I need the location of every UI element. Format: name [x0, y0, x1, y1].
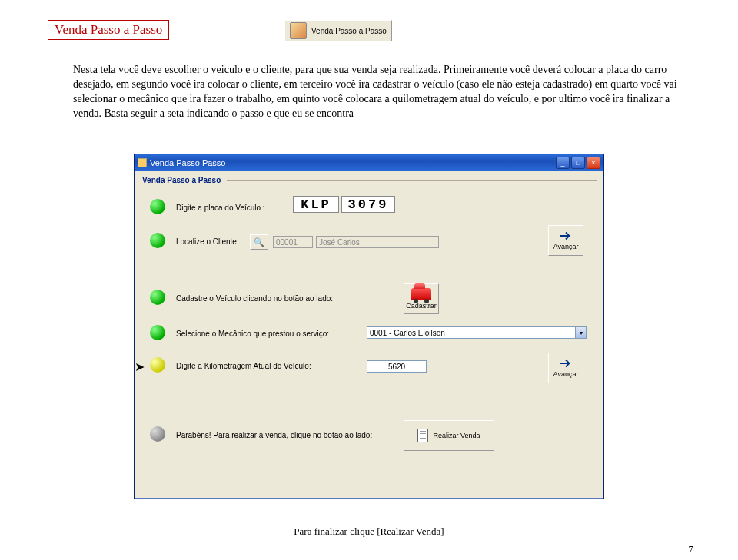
advance-button-1[interactable]: Avançar — [548, 225, 583, 256]
close-button[interactable]: × — [587, 157, 600, 169]
plate-numbers-input[interactable] — [341, 196, 395, 213]
minimize-button[interactable]: _ — [556, 157, 570, 169]
step3-light — [150, 290, 165, 305]
arrow-right-icon — [559, 358, 573, 369]
advance-button-2[interactable]: Avançar — [548, 353, 583, 383]
app-window: Venda Passo Passo _ □ × Venda Passo a Pa… — [134, 154, 604, 499]
car-icon — [411, 288, 431, 300]
inline-button-label: Venda Passo a Passo — [311, 27, 387, 35]
step1-label: Digite a placa do Veículo : — [176, 204, 265, 212]
page-title: Venda Passo a Passo — [48, 20, 169, 40]
step5-label: Digite a Kilometragem Atual do Veículo: — [176, 362, 311, 370]
register-button[interactable]: Cadastrar — [404, 283, 439, 314]
maximize-button[interactable]: □ — [571, 157, 585, 169]
magnify-icon: 🔍 — [254, 237, 264, 247]
client-code-input — [273, 236, 313, 248]
advance-label-2: Avançar — [554, 370, 579, 378]
chevron-down-icon: ▾ — [575, 327, 586, 338]
window-title: Venda Passo Passo — [150, 158, 225, 167]
step2-label: Localize o Cliente — [176, 237, 237, 246]
mechanic-selected-value: 0001 - Carlos Eloilson — [370, 329, 445, 337]
step6-label: Parabéns! Para realizar a venda, clique … — [176, 431, 372, 439]
finalize-sale-button[interactable]: Realizar Venda — [404, 420, 494, 451]
step5-light — [150, 357, 165, 373]
finalize-label: Realizar Venda — [433, 432, 480, 439]
window-body: Venda Passo a Passo Digite a placa do Ve… — [135, 171, 603, 499]
step2-light — [150, 233, 165, 248]
current-step-indicator: ➤ — [135, 360, 145, 374]
window-icon — [138, 158, 147, 167]
footer-text: Para finalizar clique [Realizar Venda] — [0, 525, 738, 538]
titlebar: Venda Passo Passo _ □ × — [135, 154, 603, 171]
step4-light — [150, 325, 165, 340]
step6-light — [150, 426, 165, 442]
mechanic-select[interactable]: 0001 - Carlos Eloilson ▾ — [367, 326, 587, 339]
receipt-icon — [417, 429, 428, 442]
plate-letters-input[interactable] — [293, 196, 339, 213]
inline-button-illustration: Venda Passo a Passo — [284, 20, 392, 41]
wizard-icon — [290, 22, 307, 39]
km-input[interactable] — [367, 360, 427, 373]
group-line — [227, 180, 597, 181]
step1-light — [150, 199, 165, 214]
register-label: Cadastrar — [406, 302, 437, 310]
page-number: 7 — [689, 543, 694, 555]
step4-label: Selecione o Mecânico que prestou o servi… — [176, 330, 329, 338]
advance-label-1: Avançar — [554, 243, 579, 250]
client-name-input — [316, 236, 439, 248]
group-title: Venda Passo a Passo — [142, 176, 221, 184]
search-client-button[interactable]: 🔍 — [250, 234, 268, 250]
step3-label: Cadastre o Veículo clicando no botão ao … — [176, 294, 333, 303]
intro-text: Nesta tela você deve escolher o veiculo … — [73, 63, 692, 121]
arrow-right-icon — [559, 230, 573, 241]
